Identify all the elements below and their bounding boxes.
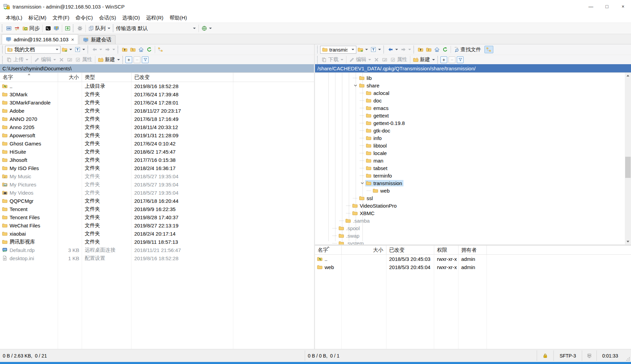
tree-item[interactable]: emacs <box>315 104 631 112</box>
file-row[interactable]: ..2018/5/3 20:45:03rwxr-xr-xadmin <box>315 255 631 263</box>
tree-item-core[interactable]: doc <box>365 97 383 104</box>
tree-item[interactable]: info <box>315 134 631 142</box>
swap-panels-button[interactable] <box>5 25 13 32</box>
remote-refresh-button[interactable] <box>441 46 449 53</box>
local-filter-button[interactable] <box>73 46 86 53</box>
remote-parent-directory-button[interactable] <box>416 46 425 53</box>
download-button[interactable]: 下载 <box>320 56 345 64</box>
resize-grip-icon[interactable] <box>626 356 630 361</box>
column-header-3[interactable]: 权限 <box>434 246 458 254</box>
menu-item-7[interactable]: 帮助(H) <box>166 14 190 22</box>
transfer-settings-combo[interactable]: 默认 <box>136 24 197 32</box>
tree-item-core[interactable]: gettext-0.19.8 <box>365 120 406 126</box>
column-header-1[interactable]: 大小 <box>342 246 386 254</box>
tree-item-core[interactable]: .swap <box>338 233 361 239</box>
remote-path-bar[interactable]: /share/CACHEDEV1_DATA/.qpkg/QTransmissio… <box>315 64 631 72</box>
remote-open-directory-button[interactable] <box>356 46 369 53</box>
scrollbar-thumb[interactable] <box>625 157 631 178</box>
remote-rename-button[interactable] <box>381 56 389 63</box>
file-row[interactable]: My Videos文件夹2018/5/27 19:35:04 <box>0 188 314 197</box>
tree-item-core[interactable]: gettext <box>365 112 390 119</box>
remote-new-button[interactable]: 新建 <box>412 56 436 64</box>
tree-item[interactable]: web <box>315 187 631 194</box>
tree-item[interactable]: .samba <box>315 217 631 224</box>
local-open-directory-button[interactable] <box>60 46 73 53</box>
tree-scrollbar[interactable] <box>625 73 631 244</box>
tree-item[interactable]: lib <box>315 74 631 82</box>
open-console-button[interactable] <box>52 25 60 32</box>
remote-back-button[interactable] <box>386 46 399 53</box>
remote-directory-combo[interactable]: transmissi <box>320 46 356 54</box>
panel-layout-button[interactable] <box>64 25 72 32</box>
remote-delete-button[interactable] <box>372 56 381 63</box>
column-header-1[interactable]: 大小 <box>58 73 82 82</box>
server-status-cell[interactable] <box>582 349 596 362</box>
tree-item[interactable]: ssl <box>315 194 631 202</box>
find-files-button[interactable]: 查找文件 <box>452 46 482 54</box>
file-row[interactable]: Adobe文件夹2018/11/27 20:23:17 <box>0 107 314 115</box>
tree-item[interactable]: share <box>315 82 631 89</box>
synchronize-button[interactable]: 同步 <box>21 25 41 32</box>
menu-item-4[interactable]: 会话(S) <box>96 14 119 22</box>
menu-item-6[interactable]: 远程(R) <box>143 14 167 22</box>
minimize-button[interactable]: — <box>583 0 599 13</box>
synchronize-browsing-button[interactable] <box>13 25 21 32</box>
tree-item[interactable]: doc <box>315 97 631 104</box>
column-header-4[interactable]: 拥有者 <box>458 246 487 254</box>
session-tab-0[interactable]: admin@192.168.50.103× <box>2 34 78 44</box>
file-row[interactable]: ANNO 2070文件夹2017/6/18 17:16:49 <box>0 115 314 123</box>
file-row[interactable]: Tencent文件夹2018/9/9 16:22:35 <box>0 205 314 213</box>
local-unselect-button[interactable]: − <box>134 56 140 63</box>
encryption-status-cell[interactable] <box>537 349 553 362</box>
tree-item-core[interactable]: .samba <box>345 218 371 224</box>
remote-unselect-button[interactable]: − <box>449 56 455 63</box>
tree-item[interactable]: tabset <box>315 164 631 172</box>
column-header-2[interactable]: 已改变 <box>386 246 434 254</box>
maximize-button[interactable]: □ <box>599 0 615 13</box>
local-tree-toggle-button[interactable] <box>156 46 165 53</box>
tree-item[interactable]: .spool <box>315 224 631 232</box>
close-button[interactable]: × <box>615 0 631 13</box>
tree-item-core[interactable]: .system <box>338 240 365 246</box>
file-row[interactable]: 3DMark文件夹2017/6/24 17:39:48 <box>0 90 314 98</box>
tree-item[interactable]: terminfo <box>315 172 631 179</box>
tree-item-core[interactable]: emacs <box>365 105 390 111</box>
tree-item-core[interactable]: share <box>358 82 381 89</box>
file-row[interactable]: Ghost Games文件夹2017/6/24 0:10:42 <box>0 139 314 148</box>
file-row[interactable]: ..上级目录2019/8/16 18:52:28 <box>0 82 314 90</box>
column-header-0[interactable]: 名字 <box>0 73 58 82</box>
column-header-0[interactable]: 名字 <box>315 246 342 254</box>
local-refresh-button[interactable] <box>145 46 153 53</box>
remote-tree-toggle-button[interactable] <box>484 46 493 53</box>
local-edit-button[interactable]: 编辑 <box>33 56 57 64</box>
tree-expand-chevron-icon[interactable] <box>359 181 365 185</box>
local-new-button[interactable]: 新建 <box>97 56 121 64</box>
tree-item-core[interactable]: aclocal <box>365 90 391 96</box>
file-row[interactable]: web2018/5/3 20:45:04rwxr-xr-xadmin <box>315 263 631 271</box>
column-header-3[interactable]: 已改变 <box>132 73 233 82</box>
tree-item[interactable]: man <box>315 157 631 164</box>
remote-filter-box-button[interactable] <box>457 56 464 63</box>
tree-item[interactable]: gettext-0.19.8 <box>315 119 631 127</box>
tree-item-core[interactable]: lib <box>358 75 373 81</box>
tree-item-selected[interactable]: transmission <box>365 180 403 186</box>
remote-root-directory-button[interactable]: / <box>425 46 433 53</box>
tree-item[interactable]: locale <box>315 149 631 157</box>
tree-item[interactable]: gtk-doc <box>315 127 631 134</box>
tree-item[interactable]: VideoStationPro <box>315 202 631 209</box>
column-header-2[interactable]: 类型 <box>82 73 132 82</box>
local-filter-box-button[interactable] <box>142 56 149 63</box>
menu-item-2[interactable]: 文件(F) <box>50 14 72 22</box>
file-row[interactable]: Jihosoft文件夹2017/7/16 0:15:38 <box>0 156 314 164</box>
file-row[interactable]: HiSuite文件夹2018/6/2 17:45:47 <box>0 148 314 156</box>
menu-item-1[interactable]: 标记(M) <box>25 14 50 22</box>
local-home-directory-button[interactable] <box>137 46 145 53</box>
tab-close-icon[interactable]: × <box>71 37 74 42</box>
tree-item-core[interactable]: ssl <box>358 195 374 201</box>
local-properties-button[interactable]: 属性 <box>74 56 94 64</box>
tree-item-core[interactable]: gtk-doc <box>365 127 392 134</box>
tree-item-core[interactable]: VideoStationPro <box>352 202 398 209</box>
remote-filter-button[interactable] <box>369 46 382 53</box>
local-rename-button[interactable] <box>66 56 74 63</box>
file-row[interactable]: 腾讯影视库文件夹2019/8/11 18:57:13 <box>0 238 314 246</box>
